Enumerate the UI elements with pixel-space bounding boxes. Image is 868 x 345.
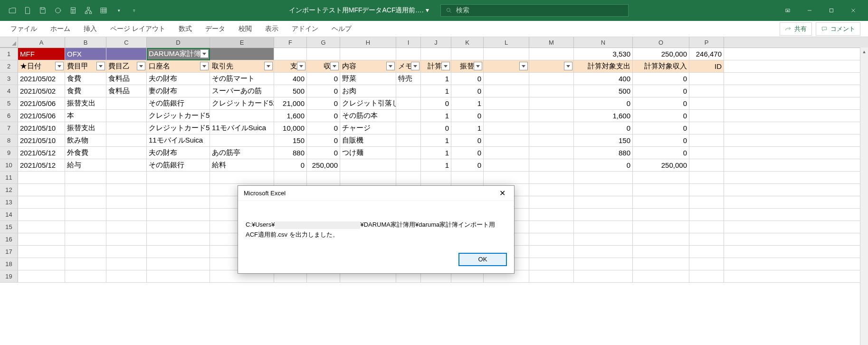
cell[interactable]	[106, 233, 147, 245]
cell[interactable]	[210, 172, 274, 183]
cell[interactable]: 特売	[396, 73, 421, 85]
cell[interactable]	[689, 270, 724, 282]
cell[interactable]: 10,000	[274, 122, 307, 134]
cell[interactable]	[65, 270, 106, 282]
cell[interactable]	[65, 221, 106, 233]
cell[interactable]: 自販機	[340, 134, 396, 146]
cell[interactable]	[689, 221, 724, 233]
ribbon-options-icon[interactable]	[777, 0, 799, 21]
cell[interactable]	[274, 48, 307, 60]
cell[interactable]: 計算対象支出	[574, 60, 633, 72]
cell[interactable]	[689, 73, 724, 85]
cell[interactable]: つけ麺	[340, 147, 396, 159]
cell[interactable]	[106, 184, 147, 196]
cell[interactable]	[633, 258, 689, 270]
cell[interactable]	[106, 147, 147, 159]
cell[interactable]: DARUMA家計簿	[147, 48, 210, 60]
spreadsheet-grid[interactable]: ABCDEFGHIJKLMNOP 1MFFOFXDARUMA家計簿3,53025…	[0, 37, 868, 345]
cell[interactable]: 0	[451, 110, 484, 122]
filter-button[interactable]	[264, 62, 273, 70]
open-icon[interactable]	[6, 4, 19, 17]
cell[interactable]	[529, 48, 574, 60]
row-header[interactable]: 16	[0, 233, 18, 245]
cell[interactable]	[689, 233, 724, 245]
cell[interactable]: 880	[274, 147, 307, 159]
table-icon[interactable]	[97, 4, 110, 17]
cell[interactable]: 2021/05/10	[18, 134, 65, 146]
cell[interactable]	[396, 48, 421, 60]
col-header-F[interactable]: F	[274, 37, 307, 48]
cell[interactable]	[574, 196, 633, 208]
cell[interactable]	[689, 97, 724, 109]
cell[interactable]: 0	[574, 159, 633, 171]
col-header-A[interactable]: A	[18, 37, 65, 48]
cell[interactable]	[106, 122, 147, 134]
cell[interactable]	[529, 85, 574, 97]
filter-button[interactable]	[200, 49, 209, 58]
row-header[interactable]: 1	[0, 48, 18, 60]
cell[interactable]: 0	[451, 159, 484, 171]
cell[interactable]: 400	[574, 73, 633, 85]
cell[interactable]: 2021/05/12	[18, 159, 65, 171]
cell[interactable]	[529, 233, 574, 245]
cell[interactable]	[633, 270, 689, 282]
cell[interactable]	[147, 270, 210, 282]
dialog-close-button[interactable]: ✕	[492, 186, 512, 201]
cell[interactable]: あの筋亭	[210, 147, 274, 159]
cell[interactable]: その筋の本	[340, 110, 396, 122]
cell[interactable]	[147, 184, 210, 196]
cell[interactable]	[633, 196, 689, 208]
cell[interactable]: クレジットカード52	[210, 97, 274, 109]
cell[interactable]	[574, 184, 633, 196]
cell[interactable]: 2021/05/06	[18, 97, 65, 109]
cell[interactable]	[396, 110, 421, 122]
cell[interactable]: ★日付	[18, 60, 65, 72]
row-header[interactable]: 17	[0, 246, 18, 258]
cell[interactable]: 飲み物	[65, 134, 106, 146]
cell[interactable]: 250,000	[633, 48, 689, 60]
cell[interactable]	[529, 60, 574, 72]
row-header[interactable]: 2	[0, 60, 18, 72]
cell[interactable]: 150	[274, 134, 307, 146]
cell[interactable]: 費目甲	[65, 60, 106, 72]
row-header[interactable]: 8	[0, 134, 18, 146]
cell[interactable]: 246,470	[689, 48, 724, 60]
cell[interactable]: 食料品	[106, 73, 147, 85]
cell[interactable]: 1	[451, 122, 484, 134]
tab-data[interactable]: データ	[199, 21, 232, 37]
cell[interactable]: 0	[307, 97, 340, 109]
cell[interactable]: 野菜	[340, 73, 396, 85]
cell[interactable]: 1	[451, 97, 484, 109]
cell[interactable]: 2021/05/06	[18, 110, 65, 122]
cell[interactable]	[106, 97, 147, 109]
cell[interactable]	[147, 196, 210, 208]
cell[interactable]: 0	[574, 97, 633, 109]
share-button[interactable]: 共有	[780, 22, 812, 36]
cell[interactable]	[574, 172, 633, 183]
col-header-L[interactable]: L	[484, 37, 529, 48]
cell[interactable]	[484, 73, 529, 85]
cell[interactable]	[106, 246, 147, 258]
cell[interactable]	[18, 233, 65, 245]
cell[interactable]: 11モバイルSuica	[210, 122, 274, 134]
filter-button[interactable]	[297, 62, 305, 70]
cell[interactable]	[529, 184, 574, 196]
cell[interactable]: 400	[274, 73, 307, 85]
cell[interactable]	[65, 233, 106, 245]
cell[interactable]: 0	[451, 73, 484, 85]
tab-insert[interactable]: 挿入	[77, 21, 104, 37]
cell[interactable]	[18, 258, 65, 270]
cell[interactable]	[307, 48, 340, 60]
cell[interactable]: 内容	[340, 60, 396, 72]
cell[interactable]	[106, 110, 147, 122]
tab-home[interactable]: ホーム	[44, 21, 77, 37]
cell[interactable]	[451, 48, 484, 60]
cell[interactable]: 給料	[210, 159, 274, 171]
cell[interactable]: 取引先	[210, 60, 274, 72]
col-header-C[interactable]: C	[106, 37, 147, 48]
cell[interactable]: 計算対	[421, 60, 451, 72]
cell[interactable]	[529, 134, 574, 146]
cell[interactable]: 2021/05/10	[18, 122, 65, 134]
cell[interactable]	[18, 270, 65, 282]
cell[interactable]	[529, 258, 574, 270]
